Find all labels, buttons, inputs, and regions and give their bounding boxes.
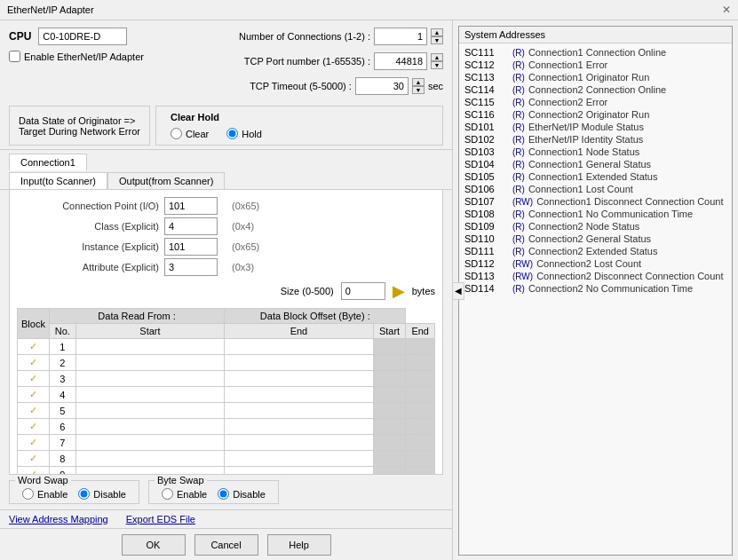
conn-point-input[interactable] — [164, 197, 218, 215]
addr-rw: (R) — [512, 98, 525, 107]
class-input[interactable] — [164, 217, 218, 235]
instance-input[interactable] — [164, 238, 218, 256]
tcp-port-input[interactable] — [374, 52, 427, 70]
byte-swap-group: Byte Swap Enable Disable — [148, 480, 279, 504]
row-end[interactable] — [225, 355, 374, 371]
tcp-port-spinner[interactable]: ▲ ▼ — [431, 53, 443, 69]
enable-checkbox[interactable] — [9, 51, 20, 62]
row-start-input[interactable] — [80, 406, 221, 416]
row-end-input[interactable] — [228, 358, 369, 368]
row-start[interactable] — [75, 467, 225, 476]
ok-button[interactable]: OK — [122, 534, 186, 556]
row-offset-start — [373, 387, 406, 403]
connections-input[interactable] — [374, 28, 427, 45]
row-start[interactable] — [75, 387, 225, 403]
addr-desc: Connection1 Error — [528, 59, 607, 70]
tcp-timeout-row: TCP Timeout (5-5000) : ▲ ▼ sec — [239, 77, 443, 95]
attribute-input[interactable] — [164, 258, 218, 276]
size-label: Size (0-500) — [281, 286, 334, 296]
collapse-arrow[interactable]: ◀ — [452, 282, 464, 300]
row-check: ✓ — [18, 339, 50, 355]
addr-code: SD104 — [464, 159, 509, 170]
row-end-input[interactable] — [228, 406, 369, 416]
row-end[interactable] — [225, 403, 374, 419]
row-start-input[interactable] — [80, 422, 221, 432]
row-end[interactable] — [225, 419, 374, 435]
row-no: 7 — [49, 435, 75, 451]
row-end[interactable] — [225, 451, 374, 467]
cancel-button[interactable]: Cancel — [194, 534, 258, 556]
word-swap-label: Word Swap — [15, 475, 71, 485]
tcp-timeout-down[interactable]: ▼ — [412, 86, 425, 94]
row-end[interactable] — [225, 467, 374, 476]
row-end[interactable] — [225, 339, 374, 355]
cpu-input[interactable] — [38, 28, 127, 45]
addr-row: SD111(R)Connection2 Extended Status — [464, 246, 726, 256]
row-start[interactable] — [75, 435, 225, 451]
addr-code: SC114 — [464, 84, 509, 95]
row-start[interactable] — [75, 371, 225, 387]
row-end-input[interactable] — [228, 438, 369, 448]
tcp-timeout-input[interactable] — [355, 77, 409, 95]
addr-code: SC113 — [464, 72, 509, 83]
tcp-port-up[interactable]: ▲ — [431, 53, 443, 61]
addr-row: SD108(R)Connection1 No Communication Tim… — [464, 209, 726, 219]
tcp-timeout-label: TCP Timeout (5-5000) : — [250, 81, 352, 91]
addr-row: SC115(R)Connection2 Error — [464, 97, 726, 107]
byte-swap-options: Enable Disable — [162, 488, 266, 500]
hold-label: Hold — [242, 129, 262, 139]
connections-down[interactable]: ▼ — [431, 36, 443, 44]
close-icon[interactable]: ✕ — [722, 4, 731, 16]
row-end[interactable] — [225, 371, 374, 387]
hold-radio[interactable] — [226, 128, 238, 139]
row-end-input[interactable] — [228, 454, 369, 464]
row-end-input[interactable] — [228, 342, 369, 352]
connections-up[interactable]: ▲ — [431, 28, 443, 36]
addr-desc: Connection1 Disconnect Connection Count — [536, 196, 723, 207]
byte-swap-disable-radio[interactable] — [218, 488, 229, 500]
word-swap-enable-radio[interactable] — [22, 488, 34, 500]
tcp-timeout-spinner[interactable]: ▲ ▼ — [412, 78, 425, 94]
tcp-timeout-up[interactable]: ▲ — [412, 78, 425, 86]
addr-desc: Connection2 General Status — [528, 233, 651, 244]
tab-connection1[interactable]: Connection1 — [9, 154, 87, 170]
connections-row: Number of Connections (1-2) : ▲ ▼ — [239, 28, 443, 45]
row-end[interactable] — [225, 435, 374, 451]
byte-swap-disable-label: Disable — [233, 489, 266, 500]
row-start[interactable] — [75, 403, 225, 419]
clear-radio[interactable] — [171, 128, 182, 139]
row-start-input[interactable] — [80, 390, 221, 400]
title-bar: EtherNet/IP Adapter ✕ — [0, 0, 738, 20]
addr-row: SD110(R)Connection2 General Status — [464, 233, 726, 244]
row-start[interactable] — [75, 451, 225, 467]
row-start-input[interactable] — [80, 342, 221, 352]
row-end-input[interactable] — [228, 390, 369, 400]
row-start-input[interactable] — [80, 438, 221, 448]
row-start-input[interactable] — [80, 374, 221, 384]
word-swap-disable-radio[interactable] — [78, 488, 90, 500]
connections-spinner[interactable]: ▲ ▼ — [431, 28, 443, 44]
row-start[interactable] — [75, 419, 225, 435]
row-start-input[interactable] — [80, 358, 221, 368]
row-start-input[interactable] — [80, 454, 221, 464]
addr-row: SD106(R)Connection1 Lost Count — [464, 184, 726, 194]
row-start[interactable] — [75, 339, 225, 355]
tab-output[interactable]: Output(from Scanner) — [107, 172, 225, 189]
view-address-mapping-link[interactable]: View Address Mapping — [9, 514, 108, 525]
help-button[interactable]: Help — [267, 534, 331, 556]
table-row: ✓1 — [18, 339, 435, 355]
row-check: ✓ — [18, 435, 50, 451]
export-eds-link[interactable]: Export EDS File — [126, 514, 195, 525]
byte-swap-enable-radio[interactable] — [162, 488, 173, 500]
addr-row: SD112(RW)Connection2 Lost Count — [464, 258, 726, 269]
addr-desc: Connection2 No Communication Time — [528, 283, 693, 294]
table-header-end1: End — [225, 324, 374, 339]
row-end[interactable] — [225, 387, 374, 403]
row-end-input[interactable] — [228, 422, 369, 432]
size-input[interactable] — [341, 282, 385, 300]
sec-label: sec — [428, 81, 443, 91]
tcp-port-down[interactable]: ▼ — [431, 61, 443, 69]
tab-input[interactable]: Input(to Scanner) — [9, 172, 107, 189]
row-end-input[interactable] — [228, 374, 369, 384]
row-start[interactable] — [75, 355, 225, 371]
